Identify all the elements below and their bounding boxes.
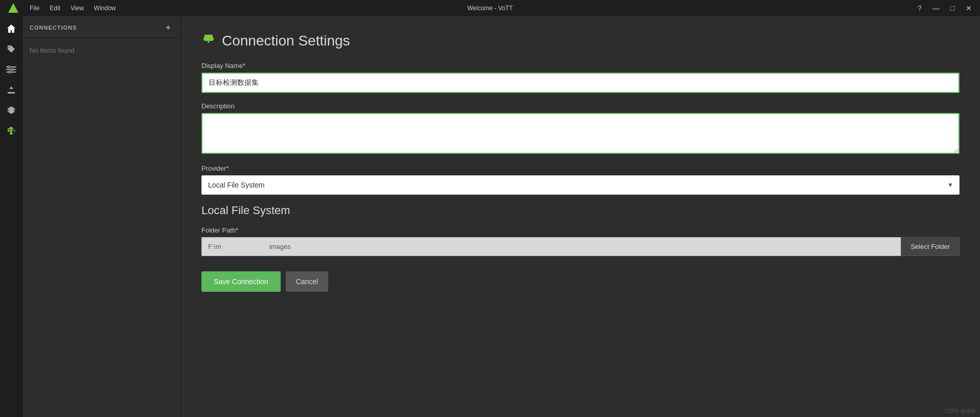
svg-point-10 — [208, 41, 210, 43]
folder-path-group: Folder Path* Select Folder — [201, 226, 960, 256]
folder-path-row: Select Folder — [201, 237, 960, 256]
menu-view[interactable]: View — [65, 3, 89, 14]
svg-rect-9 — [204, 35, 213, 37]
menu-file[interactable]: File — [25, 3, 44, 14]
connections-title: CONNECTIONS — [30, 25, 77, 31]
page-title: Connection Settings — [222, 33, 350, 49]
display-name-group: Display Name* — [201, 62, 960, 93]
svg-point-4 — [8, 66, 10, 68]
titlebar-controls: ? ― □ ✕ — [913, 3, 976, 14]
add-connection-button[interactable]: + — [163, 22, 173, 33]
connections-panel: CONNECTIONS + No items found — [22, 16, 181, 417]
description-label: Description — [201, 102, 960, 110]
cancel-button[interactable]: Cancel — [286, 271, 329, 292]
menu-edit[interactable]: Edit — [44, 3, 65, 14]
minimize-button[interactable]: ― — [929, 3, 943, 14]
help-button[interactable]: ? — [913, 3, 927, 14]
provider-select[interactable]: Local File System Azure Blob Storage Bin… — [201, 175, 960, 195]
sidebar-settings-button[interactable] — [2, 60, 20, 79]
svg-marker-0 — [8, 3, 18, 13]
description-input[interactable] — [201, 113, 960, 154]
form-actions: Save Connection Cancel — [201, 271, 960, 292]
no-items-label: No items found — [22, 38, 180, 62]
icon-sidebar — [0, 16, 22, 417]
watermark: CSDN @瑾容 — [945, 408, 976, 415]
svg-point-5 — [11, 68, 13, 71]
display-name-label: Display Name* — [201, 62, 960, 70]
sidebar-tag-button[interactable] — [2, 40, 20, 58]
select-folder-button[interactable]: Select Folder — [901, 237, 960, 256]
connections-header: CONNECTIONS + — [22, 16, 180, 38]
app-body: CONNECTIONS + No items found Connection … — [0, 16, 980, 417]
save-connection-button[interactable]: Save Connection — [201, 271, 281, 292]
folder-path-input[interactable] — [201, 237, 901, 256]
section-header: Connection Settings — [201, 32, 960, 50]
app-logo — [4, 0, 22, 17]
provider-select-wrapper: Local File System Azure Blob Storage Bin… — [201, 175, 960, 195]
sidebar-learn-button[interactable] — [2, 101, 20, 120]
maximize-button[interactable]: □ — [945, 3, 960, 14]
provider-group: Provider* Local File System Azure Blob S… — [201, 165, 960, 195]
sidebar-connections-button[interactable] — [2, 122, 20, 140]
close-button[interactable]: ✕ — [962, 3, 976, 14]
titlebar: File Edit View Window Welcome - VoTT ? ―… — [0, 0, 980, 16]
provider-label: Provider* — [201, 165, 960, 172]
sidebar-home-button[interactable] — [2, 19, 20, 38]
titlebar-menu: File Edit View Window — [4, 0, 121, 17]
local-fs-heading: Local File System — [201, 204, 960, 217]
svg-rect-8 — [10, 133, 13, 134]
menu-window[interactable]: Window — [89, 3, 121, 14]
sidebar-export-button[interactable] — [2, 81, 20, 99]
connection-settings-icon — [201, 32, 216, 50]
app-title: Welcome - VoTT — [467, 5, 513, 12]
main-content: Connection Settings Display Name* Descri… — [181, 16, 980, 417]
svg-point-6 — [9, 71, 11, 73]
display-name-input[interactable] — [201, 73, 960, 93]
description-group: Description — [201, 102, 960, 155]
svg-rect-3 — [6, 72, 16, 73]
folder-path-label: Folder Path* — [201, 226, 960, 234]
svg-rect-7 — [10, 127, 13, 129]
